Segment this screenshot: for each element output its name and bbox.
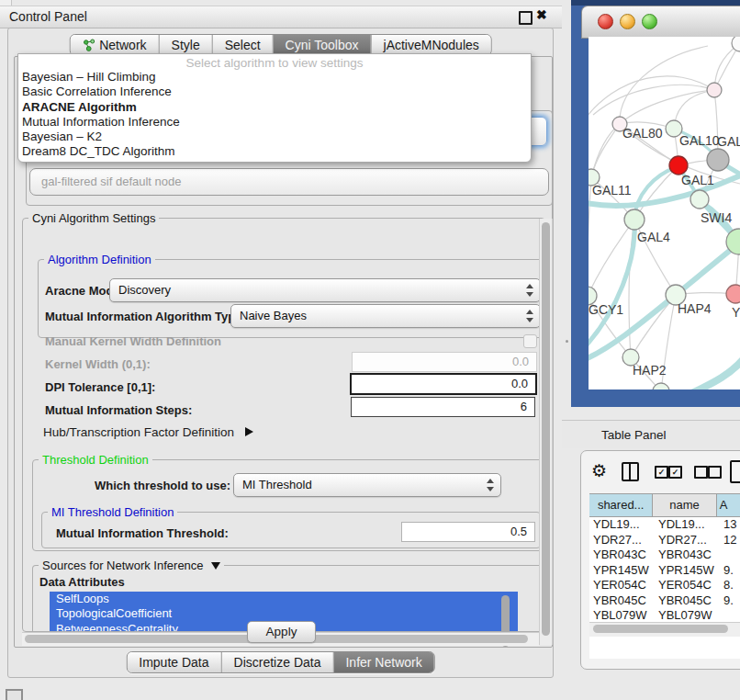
network-window-titlebar[interactable] <box>581 6 740 39</box>
close-traffic-light-icon[interactable] <box>598 14 613 29</box>
tab-style[interactable]: Style <box>159 35 212 55</box>
control-panel-titlebar: Control Panel ✖ <box>0 6 562 28</box>
network-node[interactable] <box>690 190 709 209</box>
table-panel-titlebar: Table Panel <box>562 420 740 448</box>
close-icon[interactable]: ✖ <box>536 7 547 22</box>
algorithm-option-mutual-information-inference[interactable]: Mutual Information Inference <box>22 115 527 130</box>
tab-network[interactable]: Network <box>70 35 158 55</box>
network-edge[interactable] <box>589 76 714 124</box>
cyni-algorithm-settings-group: Cyni Algorithm Settings Algorithm Defini… <box>22 218 545 632</box>
column-header-shared-name[interactable]: shared... <box>589 494 653 516</box>
table-cell: YDR27... <box>589 533 658 548</box>
algorithm-list: Bayesian – Hill ClimbingBasic Correlatio… <box>22 70 527 160</box>
split-columns-icon[interactable] <box>622 462 639 481</box>
hub-definition-toggle[interactable]: Hub/Transcription Factor Definition <box>43 425 253 439</box>
table-row[interactable]: YPR145WYPR145W9. <box>589 563 740 579</box>
select-all-checkbox-icon[interactable]: ✓ <box>655 466 668 479</box>
tab-label: Impute Data <box>139 652 208 672</box>
network-edge[interactable] <box>620 90 714 124</box>
network-node[interactable] <box>707 83 722 97</box>
tab-cyni-toolbox[interactable]: Cyni Toolbox <box>273 35 371 55</box>
mi-threshold-group-title: MI Threshold Definition <box>48 505 177 519</box>
table-cell <box>723 608 740 622</box>
float-window-icon[interactable] <box>519 11 533 25</box>
network-edge-highlighted[interactable] <box>684 353 740 390</box>
tab-discretize-data[interactable]: Discretize Data <box>221 652 333 672</box>
attribute-item-topologicalcoefficient[interactable]: TopologicalCoefficient <box>50 606 518 621</box>
gear-icon[interactable]: ⚙ <box>591 461 607 481</box>
tab-label: Cyni Toolbox <box>286 35 359 55</box>
combo-stepper-icon <box>486 479 494 491</box>
table-cell: YBR043C <box>658 548 723 563</box>
mi-steps-field[interactable]: 6 <box>351 397 535 417</box>
network-node[interactable] <box>669 156 688 175</box>
select-all-checkbox-icon[interactable]: ✓ <box>668 466 682 479</box>
splitter-handle[interactable] <box>566 340 568 343</box>
table-cell: YER054C <box>658 578 723 593</box>
tab-infer-network[interactable]: Infer Network <box>332 652 433 672</box>
network-node[interactable] <box>707 149 729 171</box>
table-row[interactable]: YBL079WYBL079W <box>589 608 740 622</box>
table-row[interactable]: YDR27...YDR27...12 <box>589 533 740 548</box>
network-edge[interactable] <box>589 177 591 296</box>
settings-group-title: Cyni Algorithm Settings <box>28 211 159 225</box>
table-horizontal-scrollbar[interactable] <box>589 622 740 637</box>
sources-group-title: Sources for Network Inference <box>39 559 224 572</box>
table-cell: YER054C <box>589 578 658 593</box>
cyni-bottom-tabstrip: Impute DataDiscretize DataInfer Network <box>126 651 434 673</box>
network-node[interactable] <box>653 383 669 390</box>
kernel-width-field[interactable]: 0.0 <box>352 352 537 372</box>
table-row[interactable]: YDL19...YDL19...13 <box>589 517 740 533</box>
aracne-mode-combo[interactable]: Discovery <box>109 278 541 302</box>
tab-label: Discretize Data <box>234 652 321 672</box>
table-row[interactable]: YBR045CYBR045C9. <box>589 593 740 609</box>
network-source-combo[interactable]: gal-filtered sif default node <box>29 168 549 196</box>
new-table-icon[interactable] <box>730 460 740 483</box>
algorithm-option-basic-correlation-inference[interactable]: Basic Correlation Inference <box>22 85 527 99</box>
algorithm-option-bayesian-k2[interactable]: Bayesian – K2 <box>22 130 527 144</box>
algorithm-option-aracne-algorithm[interactable]: ARACNE Algorithm <box>22 100 527 115</box>
tab-label: Style <box>172 35 200 55</box>
minimize-traffic-light-icon[interactable] <box>620 14 635 29</box>
node-label: GAL1 <box>681 173 714 187</box>
dpi-tolerance-field[interactable]: 0.0 <box>350 373 537 395</box>
algorithm-option-dream8-dc-tdc-algorithm[interactable]: Dream8 DC_TDC Algorithm <box>22 144 527 159</box>
mi-threshold-field[interactable]: 0.5 <box>401 522 535 542</box>
settings-vertical-scrollbar[interactable] <box>539 219 553 645</box>
deselect-all-checkbox-icon[interactable] <box>708 466 722 479</box>
expanded-arrow-icon <box>211 562 220 570</box>
table-cell: YDL19... <box>589 517 658 533</box>
column-header-partial[interactable]: A <box>717 494 740 516</box>
apply-button[interactable]: Apply <box>247 621 316 643</box>
manual-kernel-checkbox[interactable] <box>523 334 537 348</box>
network-edge[interactable] <box>589 220 634 296</box>
algorithm-option-bayesian-hill-climbing[interactable]: Bayesian – Hill Climbing <box>22 70 527 85</box>
table-cell: 12 <box>723 533 740 548</box>
algorithm-dropdown-popup: Select algorithm to view settings Bayesi… <box>17 53 532 163</box>
control-panel-title: Control Panel <box>9 9 87 24</box>
table-row[interactable]: YER054CYER054C8. <box>589 578 740 593</box>
network-edge[interactable] <box>593 85 714 115</box>
deselect-all-checkbox-icon[interactable] <box>694 466 708 479</box>
collapsed-panel-icon[interactable] <box>6 689 23 700</box>
attribute-item-selfloops[interactable]: SelfLoops <box>50 592 518 606</box>
network-graph: GAL7GAL80GAL10GAL1GAL11SWI4GAL4HAP4YGCY1… <box>589 37 740 390</box>
table-toolbar: ⚙ ✓ ✓ <box>581 458 740 490</box>
zoom-traffic-light-icon[interactable] <box>642 14 657 29</box>
column-header-name[interactable]: name <box>653 494 716 516</box>
which-threshold-combo[interactable]: MI Threshold <box>233 473 501 497</box>
network-node[interactable] <box>624 209 645 230</box>
network-edge[interactable] <box>591 124 620 177</box>
tab-jactivemnodules[interactable]: jActiveMNodules <box>371 35 491 55</box>
network-canvas[interactable]: GAL7GAL80GAL10GAL1GAL11SWI4GAL4HAP4YGCY1… <box>589 37 740 390</box>
combo-stepper-icon <box>525 284 533 297</box>
tab-select[interactable]: Select <box>212 35 273 55</box>
node-label: HAP4 <box>678 301 712 316</box>
mi-type-combo[interactable]: Naive Bayes <box>230 304 541 328</box>
tab-impute-data[interactable]: Impute Data <box>127 652 220 672</box>
table-cell: YPR145W <box>589 563 658 579</box>
network-edge-highlighted[interactable] <box>589 237 740 361</box>
network-edge[interactable] <box>591 124 620 177</box>
network-node[interactable] <box>726 285 740 303</box>
table-row[interactable]: YBR043CYBR043C <box>589 548 740 563</box>
